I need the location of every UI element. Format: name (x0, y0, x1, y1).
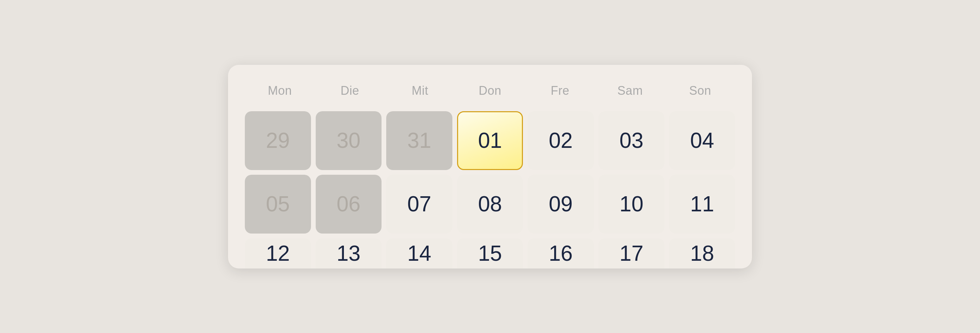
calendar-cell-14[interactable]: 14 (386, 238, 452, 268)
calendar-cell-15[interactable]: 15 (457, 238, 523, 268)
day-label-sam: Sam (595, 78, 665, 103)
day-label-die: Die (315, 78, 385, 103)
calendar-row-2: 05 06 07 08 09 10 11 (245, 175, 735, 234)
day-label-mit: Mit (385, 78, 455, 103)
calendar-cell-06[interactable]: 06 (316, 175, 382, 234)
calendar-header: Mon Die Mit Don Fre Sam Son (245, 78, 735, 103)
calendar-cell-13[interactable]: 13 (316, 238, 382, 268)
calendar-cell-08[interactable]: 08 (457, 175, 523, 234)
day-label-fre: Fre (525, 78, 595, 103)
calendar-cell-16[interactable]: 16 (528, 238, 594, 268)
calendar-cell-07[interactable]: 07 (386, 175, 452, 234)
calendar-cell-05[interactable]: 05 (245, 175, 311, 234)
calendar-row-1: 29 30 31 01 02 03 04 (245, 111, 735, 170)
calendar-cell-17[interactable]: 17 (598, 238, 665, 268)
day-label-don: Don (455, 78, 525, 103)
calendar-cell-30[interactable]: 30 (316, 111, 382, 170)
calendar-cell-09[interactable]: 09 (528, 175, 594, 234)
calendar-cell-29[interactable]: 29 (245, 111, 311, 170)
day-label-son: Son (665, 78, 735, 103)
calendar-cell-12[interactable]: 12 (245, 238, 311, 268)
calendar-cell-01-today[interactable]: 01 (457, 111, 523, 170)
calendar-cell-10[interactable]: 10 (598, 175, 665, 234)
calendar-cell-02[interactable]: 02 (528, 111, 594, 170)
day-label-mon: Mon (245, 78, 315, 103)
calendar-cell-18[interactable]: 18 (669, 238, 735, 268)
calendar-cell-04[interactable]: 04 (669, 111, 735, 170)
calendar-cell-31[interactable]: 31 (386, 111, 452, 170)
calendar-container: Mon Die Mit Don Fre Sam Son 29 30 31 01 … (228, 65, 752, 268)
calendar-row-3: 12 13 14 15 16 17 18 (245, 238, 735, 268)
calendar-cell-11[interactable]: 11 (669, 175, 735, 234)
calendar-cell-03[interactable]: 03 (598, 111, 665, 170)
